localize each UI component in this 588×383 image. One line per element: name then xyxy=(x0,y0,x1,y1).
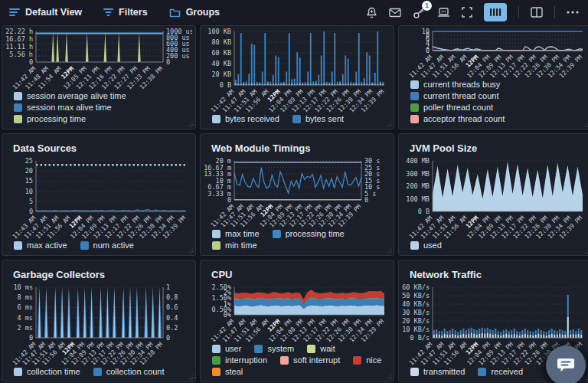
legend-swatch xyxy=(478,368,486,376)
filters-button[interactable]: Filters xyxy=(103,7,148,18)
svg-text:0: 0 xyxy=(29,334,33,342)
mail-icon xyxy=(389,8,401,18)
bytes-chart-area: 100 KB80 KB60 KB40 KB20 KB0 B11:42 AM11:… xyxy=(201,26,394,113)
notification-badge: 1 xyxy=(422,1,432,11)
legend-item-session-max-alive-time[interactable]: session max alive time xyxy=(14,103,112,112)
sessions-chart-area: 22.22 h16.67 h11.11 h5.56 h01000 us800 u… xyxy=(2,26,195,90)
legend-item-processing-time[interactable]: processing time xyxy=(14,114,86,123)
legend-item-bytes-sent[interactable]: bytes sent xyxy=(292,114,344,123)
legend-item-received[interactable]: received xyxy=(478,367,523,376)
threads-chart-area: 108642011:42 AM11:47 AM11:51 AM11:56 AM1… xyxy=(399,26,588,78)
jvm-pool-legend: used xyxy=(399,239,588,255)
bar-view-button[interactable] xyxy=(484,3,507,21)
legend-item-min-time[interactable]: min time xyxy=(212,241,257,250)
data-sources-chart-area: 252015105011:43 AM11:47 AM11:51 AM11:56 … xyxy=(2,155,195,239)
data-sources-legend: max activenum active xyxy=(2,239,195,255)
legend-item-acceptor-thread-count[interactable]: acceptor thread count xyxy=(410,114,505,123)
bell-plus-icon xyxy=(366,7,377,18)
legend-swatch xyxy=(410,115,419,123)
messages-button[interactable] xyxy=(389,8,401,18)
legend-label: min time xyxy=(225,241,257,250)
web-module-chart-area: 20 m16.67 m13.33 m10 m6.67 m3.33 m030 s2… xyxy=(201,155,394,228)
legend-label: bytes received xyxy=(225,114,279,123)
legend-item-poller-thread-count[interactable]: poller thread count xyxy=(410,103,493,112)
threads-chart: 108642011:42 AM11:47 AM11:51 AM11:56 AM1… xyxy=(400,28,588,78)
panel-bytes: 100 KB80 KB60 KB40 KB20 KB0 B11:42 AM11:… xyxy=(200,25,394,129)
legend-item-current-threads-busy[interactable]: current threads busy xyxy=(410,80,500,89)
legend-label: nice xyxy=(366,355,381,365)
legend-swatch xyxy=(14,92,22,100)
svg-text:1: 1 xyxy=(166,283,170,291)
legend-item-session-average-alive-time[interactable]: session average alive time xyxy=(14,91,126,100)
legend-item-soft-interrupt[interactable]: soft interrupt xyxy=(280,355,340,365)
split-view-button[interactable] xyxy=(531,7,543,18)
svg-text:6 ms: 6 ms xyxy=(18,303,33,311)
legend-swatch xyxy=(410,241,419,250)
legend-item-wait[interactable]: wait xyxy=(307,344,335,353)
svg-text:5.56 h: 5.56 h xyxy=(9,51,33,58)
toolbar-left: Default View Filters Groups xyxy=(9,7,220,18)
svg-text:0: 0 xyxy=(166,58,170,66)
svg-text:30 KB/s: 30 KB/s xyxy=(402,309,430,316)
cpu-chart-area: 2.50%2%1.50%1%0.50%0%11:42 AM11:47 AM11:… xyxy=(201,282,394,342)
svg-text:0: 0 xyxy=(29,58,33,66)
legend-label: max active xyxy=(27,241,67,250)
gc-legend: collection timecollection count xyxy=(2,365,195,381)
legend-swatch xyxy=(212,368,220,376)
legend-label: acceptor thread count xyxy=(423,114,505,123)
bar-view-icon xyxy=(489,8,501,17)
legend-swatch xyxy=(410,103,419,112)
view-list-icon xyxy=(9,8,20,17)
legend-item-interruption[interactable]: interruption xyxy=(212,355,267,365)
legend-item-transmitted[interactable]: transmitted xyxy=(410,367,465,376)
legend-item-bytes-received[interactable]: bytes received xyxy=(212,114,279,123)
data-sources-chart: 252015105011:43 AM11:47 AM11:51 AM11:56 … xyxy=(4,157,192,239)
more-options-button[interactable] xyxy=(567,11,579,14)
legend-item-collection-count[interactable]: collection count xyxy=(93,367,165,376)
legend-swatch xyxy=(212,345,220,353)
svg-text:16.67 h: 16.67 h xyxy=(5,35,33,43)
legend-item-max-active[interactable]: max active xyxy=(14,241,67,250)
web-module-legend: max timeprocessing timemin time xyxy=(201,228,394,255)
ellipsis-icon xyxy=(567,11,579,14)
legend-swatch xyxy=(212,241,220,250)
panel-title: CPU xyxy=(201,260,394,282)
fullscreen-button[interactable] xyxy=(462,7,472,18)
legend-item-num-active[interactable]: num active xyxy=(80,241,134,250)
legend-item-max-time[interactable]: max time xyxy=(212,229,260,238)
threads-legend: current threads busycurrent thread count… xyxy=(399,78,588,129)
panel-title: Network Traffic xyxy=(399,260,588,282)
default-view-button[interactable]: Default View xyxy=(9,7,82,18)
legend-swatch xyxy=(280,356,289,365)
toolbar-divider xyxy=(518,6,519,18)
legend-swatch xyxy=(14,241,22,250)
jvm-pool-chart-area: 400 MB300 MB200 MB100 MB0 B11:42 AM11:47… xyxy=(399,155,588,239)
legend-item-processing-time[interactable]: processing time xyxy=(273,229,345,238)
notifications-button[interactable] xyxy=(366,7,377,18)
legend-item-steal[interactable]: steal xyxy=(212,367,243,376)
legend-item-used[interactable]: used xyxy=(410,241,442,250)
chat-button[interactable] xyxy=(546,345,586,383)
svg-text:20: 20 xyxy=(25,167,33,175)
devices-button[interactable] xyxy=(437,7,450,18)
legend-item-user[interactable]: user xyxy=(212,344,241,353)
svg-text:25: 25 xyxy=(25,157,33,165)
legend-item-nice[interactable]: nice xyxy=(353,355,381,365)
legend-label: transmitted xyxy=(423,367,465,376)
legend-item-system[interactable]: system xyxy=(254,344,294,353)
chat-bubble-icon xyxy=(557,357,575,374)
svg-text:20 KB: 20 KB xyxy=(211,70,231,78)
groups-button[interactable]: Groups xyxy=(169,7,220,18)
svg-text:300 MB: 300 MB xyxy=(406,170,430,178)
svg-text:20 KB/s: 20 KB/s xyxy=(402,317,430,325)
svg-text:8 ms: 8 ms xyxy=(18,293,33,301)
svg-text:0: 0 xyxy=(426,47,430,54)
legend-item-current-thread-count[interactable]: current thread count xyxy=(410,91,498,100)
bytes-legend: bytes receivedbytes sent xyxy=(201,113,394,129)
legend-swatch xyxy=(307,345,315,353)
access-keys-button[interactable]: 1 xyxy=(413,6,426,19)
legend-item-collection-time[interactable]: collection time xyxy=(14,367,80,376)
svg-text:40 KB: 40 KB xyxy=(211,60,231,67)
legend-label: session average alive time xyxy=(27,91,126,100)
legend-swatch xyxy=(93,368,102,376)
